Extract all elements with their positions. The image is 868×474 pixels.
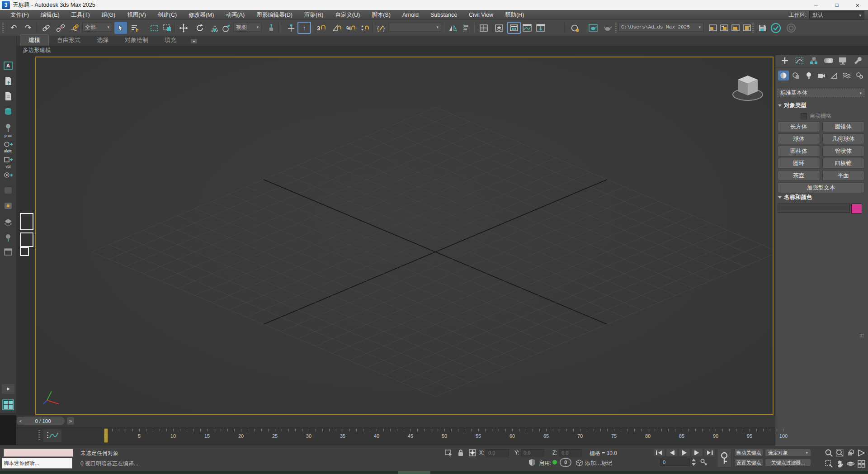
primitive-button-1[interactable]: 圆锥体: [822, 121, 865, 132]
percent-snap-icon[interactable]: %: [344, 22, 357, 34]
set-key-big-button[interactable]: [717, 449, 731, 468]
menu-item-14[interactable]: Civil View: [463, 10, 499, 20]
select-and-move-icon[interactable]: [177, 22, 190, 34]
modify-tab[interactable]: [793, 55, 805, 66]
menu-item-0[interactable]: 文件(F): [5, 10, 35, 20]
zoom-region-icon[interactable]: [824, 460, 834, 468]
primitive-button-5[interactable]: 管状体: [822, 146, 865, 156]
previous-frame-key-button[interactable]: [666, 449, 677, 456]
volume-icon[interactable]: [2, 106, 14, 117]
expand-arrow-button[interactable]: [2, 384, 14, 394]
material-editor-icon[interactable]: [569, 22, 581, 34]
primitive-button-10[interactable]: 加强型文本: [778, 182, 864, 193]
menu-item-9[interactable]: 渲染(R): [298, 10, 329, 20]
maximize-viewport-icon[interactable]: [856, 460, 866, 468]
primitive-button-3[interactable]: 几何球体: [822, 133, 865, 144]
unlink-icon[interactable]: [54, 22, 67, 34]
primitive-button-9[interactable]: 平面: [822, 170, 865, 181]
layers-icon[interactable]: [2, 217, 14, 228]
shapes-category[interactable]: [791, 71, 802, 81]
layout-tab-thumb-3[interactable]: [20, 247, 29, 256]
primitive-category-dropdown[interactable]: 标准基本体 ▾: [778, 89, 864, 97]
menu-item-10[interactable]: 自定义(U): [329, 10, 366, 20]
menu-item-11[interactable]: 脚本(S): [366, 10, 396, 20]
toolbar-grip[interactable]: [2, 23, 4, 33]
asset-a-icon[interactable]: A: [2, 60, 14, 71]
add-time-tag[interactable]: 添加…标记: [585, 460, 612, 467]
safe-scene-shield-icon[interactable]: [527, 458, 537, 466]
helpers-category[interactable]: [829, 71, 840, 81]
select-and-scale-icon[interactable]: [208, 22, 221, 34]
auto-key-button[interactable]: 自动关键点: [734, 449, 763, 457]
panel-icon[interactable]: [2, 246, 14, 257]
ribbon-toggle-icon[interactable]: [507, 22, 521, 34]
project-folder-dropdown[interactable]: C:\Users\Ad…ds Max 2025 ▾: [618, 23, 703, 32]
perspective-viewport[interactable]: [35, 57, 774, 415]
current-frame-marker[interactable]: [104, 428, 108, 443]
close-button[interactable]: ×: [847, 0, 868, 10]
render-3-icon[interactable]: [729, 22, 742, 34]
zoom-icon[interactable]: [824, 449, 834, 457]
render-setup-2-icon[interactable]: [707, 22, 719, 34]
object-type-rollout[interactable]: 对象类型: [776, 101, 867, 109]
menu-item-6[interactable]: 修改器(M): [183, 10, 220, 20]
zoom-extents-icon[interactable]: [845, 449, 855, 457]
object-name-field[interactable]: [778, 204, 850, 213]
menu-item-4[interactable]: 视图(V): [121, 10, 152, 20]
rendered-frame-window-icon[interactable]: [601, 22, 614, 34]
ribbon-tab-0[interactable]: 建模: [20, 34, 49, 46]
vol-tool-icon[interactable]: [2, 170, 14, 180]
connect-status-icon[interactable]: [785, 22, 797, 34]
ribbon-tab-2[interactable]: 选择: [89, 35, 117, 46]
motion-tab[interactable]: [822, 55, 834, 66]
cameras-category[interactable]: [816, 71, 827, 81]
frame-number-field[interactable]: 0: [660, 459, 690, 466]
pin2-icon[interactable]: [2, 232, 14, 243]
layout-tab-thumb-2[interactable]: [20, 232, 33, 247]
link-icon[interactable]: [40, 22, 52, 34]
display-tab[interactable]: [837, 55, 849, 66]
spacewarps-category[interactable]: [841, 71, 852, 81]
create-tab[interactable]: [779, 55, 791, 66]
workspace-dropdown[interactable]: 默认 ▾: [809, 11, 864, 19]
next-frame-button[interactable]: >: [67, 417, 74, 425]
document-icon[interactable]: [2, 91, 14, 102]
align-icon[interactable]: [459, 22, 472, 34]
use-pivot-center-icon[interactable]: [265, 22, 278, 34]
menu-item-1[interactable]: 编辑(E): [35, 10, 66, 20]
primitive-button-6[interactable]: 圆环: [778, 158, 820, 169]
validate-check-icon[interactable]: [769, 22, 782, 34]
scene-script-icon[interactable]: [2, 76, 14, 86]
set-key-button[interactable]: 设置关键点: [734, 459, 763, 467]
key-mode-toggle-icon[interactable]: [699, 458, 709, 466]
minimize-button[interactable]: ─: [806, 0, 826, 10]
proc-tool-icon[interactable]: [2, 139, 14, 150]
ribbon-overflow-caret[interactable]: [191, 39, 197, 43]
key-filters-button[interactable]: 关键点过滤器...: [765, 459, 811, 467]
primitive-button-2[interactable]: 球体: [778, 133, 820, 144]
selection-set-dropdown[interactable]: 选定对象 ▾: [765, 449, 811, 457]
orbit-icon[interactable]: [845, 460, 855, 468]
pin-icon[interactable]: [2, 123, 14, 133]
isolate-selection-icon[interactable]: [444, 449, 454, 457]
render-setup-icon[interactable]: [587, 22, 599, 34]
tool-icon-dim[interactable]: [2, 185, 14, 196]
ribbon-tab-1[interactable]: 自由形式: [49, 35, 89, 46]
reference-coordinate-dropdown[interactable]: 视图 ▾: [233, 23, 261, 32]
pan-hand-icon[interactable]: [835, 460, 844, 468]
absolute-mode-icon[interactable]: [467, 449, 477, 457]
play-button[interactable]: [679, 449, 690, 456]
tool-icon-dot[interactable]: [2, 200, 14, 211]
menu-item-8[interactable]: 图形编辑器(D): [250, 10, 298, 20]
select-and-place-icon[interactable]: [220, 22, 232, 34]
edit-named-selection-sets-icon[interactable]: {}: [375, 22, 388, 34]
object-color-swatch[interactable]: [851, 204, 862, 213]
lights-category[interactable]: [803, 71, 814, 81]
macro-recorder-field[interactable]: [4, 449, 73, 457]
ribbon-tab-3[interactable]: 对象绘制: [117, 35, 156, 46]
spinner-snap-icon[interactable]: [358, 22, 371, 34]
curve-editor-icon[interactable]: [521, 22, 533, 34]
menu-item-12[interactable]: Arnold: [396, 10, 425, 20]
maxscript-mini-listener[interactable]: 脚本迷你侦听...: [2, 458, 72, 469]
redo-icon[interactable]: ↷: [22, 22, 34, 34]
